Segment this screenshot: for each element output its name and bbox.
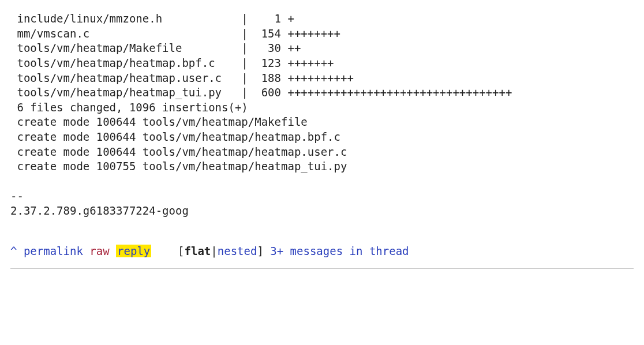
reply-link[interactable]: reply <box>116 245 151 257</box>
view-bracket-close: ] <box>257 245 263 257</box>
permalink-link[interactable]: permalink <box>24 245 83 257</box>
message-body: include/linux/mmzone.h | 1 + mm/vmscan.c… <box>0 0 644 275</box>
view-flat[interactable]: flat <box>185 245 211 257</box>
diffstat-block: include/linux/mmzone.h | 1 + mm/vmscan.c… <box>10 12 634 219</box>
view-pipe: | <box>211 245 217 257</box>
raw-link[interactable]: raw <box>89 245 109 257</box>
jump-top-link[interactable]: ^ <box>10 245 17 257</box>
view-bracket-open: [ <box>178 245 184 257</box>
view-nested-link[interactable]: nested <box>218 245 257 257</box>
message-footer: ^ permalink raw reply [flat|nested] 3+ m… <box>10 244 634 259</box>
divider <box>10 268 634 269</box>
thread-messages-link[interactable]: 3+ messages in thread <box>270 245 409 257</box>
